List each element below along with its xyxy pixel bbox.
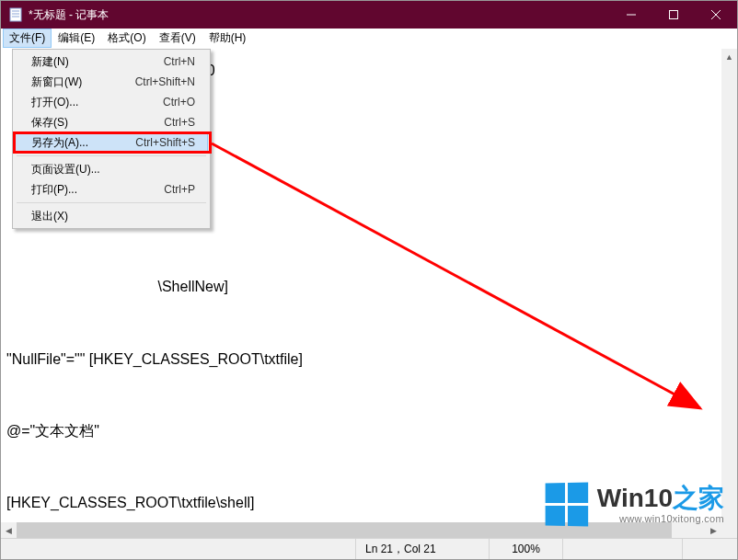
menu-bar: 文件(F) 编辑(E) 格式(O) 查看(V) 帮助(H) bbox=[1, 29, 737, 49]
menu-item-label: 退出(X) bbox=[31, 209, 68, 224]
status-encoding bbox=[562, 539, 682, 559]
menu-view[interactable]: 查看(V) bbox=[153, 29, 202, 48]
menu-separator bbox=[17, 202, 206, 203]
menu-separator bbox=[17, 155, 206, 156]
file-menu-item[interactable]: 退出(X) bbox=[15, 206, 208, 226]
h-scroll-track[interactable] bbox=[17, 522, 706, 538]
menu-item-label: 新窗口(W) bbox=[31, 74, 82, 90]
menu-item-label: 新建(N) bbox=[31, 54, 69, 70]
horizontal-scrollbar[interactable]: ◀ ▶ bbox=[1, 522, 721, 538]
menu-item-label: 打印(P)... bbox=[31, 182, 77, 198]
status-bar: Ln 21，Col 21 100% bbox=[1, 538, 737, 559]
menu-item-label: 保存(S) bbox=[31, 115, 68, 131]
scroll-left-button[interactable]: ◀ bbox=[1, 522, 17, 538]
file-menu-item[interactable]: 页面设置(U)... bbox=[15, 159, 208, 179]
file-menu-item[interactable]: 打开(O)...Ctrl+O bbox=[15, 92, 208, 112]
file-menu-item[interactable]: 新窗口(W)Ctrl+Shift+N bbox=[15, 72, 208, 92]
menu-item-shortcut: Ctrl+S bbox=[164, 116, 195, 129]
minimize-icon bbox=[627, 10, 636, 19]
scroll-right-button[interactable]: ▶ bbox=[706, 522, 721, 538]
notepad-icon bbox=[8, 7, 23, 22]
svg-rect-5 bbox=[670, 11, 678, 19]
close-icon bbox=[711, 10, 721, 19]
menu-item-shortcut: Ctrl+O bbox=[163, 96, 195, 109]
file-menu-item[interactable]: 保存(S)Ctrl+S bbox=[15, 112, 208, 132]
svg-rect-0 bbox=[10, 8, 21, 21]
status-eol bbox=[682, 539, 737, 559]
scroll-up-button[interactable]: ▲ bbox=[721, 49, 737, 64]
file-menu-dropdown: 新建(N)Ctrl+N新窗口(W)Ctrl+Shift+N打开(O)...Ctr… bbox=[12, 49, 211, 229]
maximize-icon bbox=[669, 10, 678, 19]
status-cursor-position: Ln 21，Col 21 bbox=[355, 539, 489, 559]
maximize-button[interactable] bbox=[652, 1, 695, 29]
file-menu-item[interactable]: 新建(N)Ctrl+N bbox=[15, 51, 208, 72]
file-menu-item[interactable]: 打印(P)...Ctrl+P bbox=[15, 179, 208, 200]
close-button[interactable] bbox=[695, 1, 737, 29]
menu-item-shortcut: Ctrl+Shift+N bbox=[135, 75, 195, 88]
menu-item-label: 页面设置(U)... bbox=[31, 162, 100, 177]
minimize-button[interactable] bbox=[610, 1, 652, 29]
menu-file[interactable]: 文件(F) bbox=[3, 29, 52, 48]
menu-item-shortcut: Ctrl+P bbox=[164, 183, 195, 196]
menu-format[interactable]: 格式(O) bbox=[101, 29, 152, 48]
menu-help[interactable]: 帮助(H) bbox=[202, 29, 253, 48]
status-zoom: 100% bbox=[489, 539, 562, 559]
menu-item-shortcut: Ctrl+Shift+S bbox=[135, 136, 195, 149]
window-title: *无标题 - 记事本 bbox=[29, 7, 109, 23]
file-menu-item[interactable]: 另存为(A)...Ctrl+Shift+S bbox=[15, 132, 208, 153]
menu-item-label: 打开(O)... bbox=[31, 95, 78, 110]
vertical-scrollbar[interactable]: ▲ bbox=[721, 49, 737, 522]
menu-edit[interactable]: 编辑(E) bbox=[52, 29, 101, 48]
menu-item-label: 另存为(A)... bbox=[31, 135, 88, 151]
title-bar: *无标题 - 记事本 bbox=[1, 1, 737, 29]
scrollbar-corner bbox=[721, 522, 737, 538]
h-scroll-thumb[interactable] bbox=[17, 522, 672, 538]
menu-item-shortcut: Ctrl+N bbox=[164, 55, 195, 68]
